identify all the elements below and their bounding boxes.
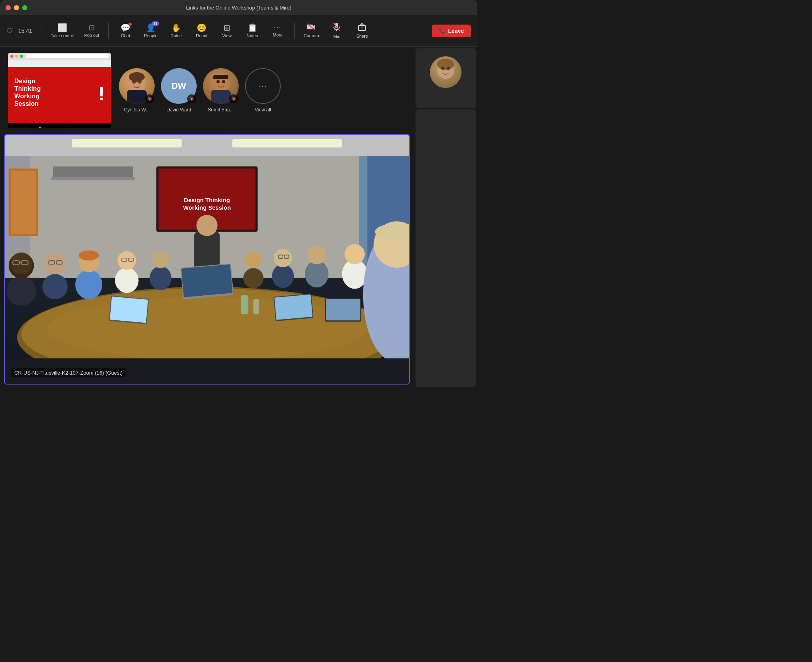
- svg-point-85: [447, 67, 450, 70]
- view-label: View: [222, 33, 232, 38]
- participant-label-david: David Ward: [167, 107, 191, 113]
- avatar-wrap-david: DW 🔇: [161, 68, 197, 104]
- svg-rect-18: [5, 135, 409, 158]
- svg-point-68: [345, 244, 365, 264]
- more-label: More: [273, 33, 283, 37]
- view-all-label: View all: [255, 107, 271, 113]
- svg-point-12: [129, 72, 145, 82]
- take-control-button[interactable]: ⬜ Take control: [47, 21, 78, 40]
- time-display: 15:41: [18, 28, 32, 34]
- chat-button[interactable]: 💬 Chat: [113, 21, 137, 40]
- take-control-label: Take control: [51, 33, 74, 38]
- view-button[interactable]: ⊞ View: [215, 21, 239, 40]
- svg-rect-9: [127, 90, 147, 104]
- right-panel: [414, 47, 477, 388]
- toolbar-left: 🛡 15:41: [6, 27, 32, 35]
- svg-rect-78: [241, 295, 248, 314]
- svg-rect-73: [110, 297, 148, 323]
- screen-share-footer: David Ward 🎤 Johnson&Johnson: [8, 123, 111, 128]
- toolbar-divider-2: [108, 23, 109, 39]
- view-all-card[interactable]: ··· View all: [245, 68, 281, 113]
- mic-muted-icon-cynthia: 🔇: [147, 97, 152, 101]
- react-button[interactable]: 😊 React: [190, 21, 213, 40]
- pop-out-label: Pop out: [84, 33, 99, 38]
- svg-point-83: [437, 59, 454, 70]
- mic-indicator-sumit: 🔇: [229, 94, 238, 103]
- leave-button[interactable]: 📞 Leave: [432, 25, 471, 37]
- svg-rect-26: [11, 170, 36, 234]
- people-icon: 👤 11: [146, 24, 156, 32]
- svg-rect-27: [51, 177, 135, 180]
- svg-rect-55: [194, 232, 220, 270]
- svg-text:Working Session: Working Session: [183, 205, 231, 211]
- share-label: Share: [356, 34, 368, 38]
- svg-point-59: [243, 268, 264, 288]
- svg-point-48: [79, 251, 99, 261]
- notes-button[interactable]: 📋 Notes: [240, 21, 264, 40]
- company-name: Johnson&Johnson: [44, 127, 80, 128]
- more-button[interactable]: ··· More: [266, 22, 289, 40]
- pop-out-icon: ⊡: [89, 24, 95, 31]
- exclamation-mark: !: [98, 83, 105, 105]
- svg-point-53: [149, 266, 171, 290]
- svg-text:Design Thinking: Design Thinking: [184, 197, 230, 203]
- svg-point-16: [222, 80, 225, 83]
- svg-rect-77: [326, 299, 360, 320]
- mic-button[interactable]: Mic: [325, 20, 349, 41]
- svg-point-61: [272, 264, 294, 288]
- svg-rect-17: [213, 75, 228, 79]
- svg-point-84: [441, 67, 444, 70]
- react-label: React: [196, 33, 207, 38]
- mic-indicator-david: 🔇: [187, 94, 196, 103]
- toolbar-divider-1: [42, 23, 42, 39]
- svg-point-60: [245, 251, 262, 268]
- share-button[interactable]: Share: [350, 21, 374, 41]
- screen-share-thumbnail[interactable]: Design Thinking Working Session ! David …: [8, 53, 111, 128]
- svg-rect-14: [211, 90, 231, 104]
- toolbar: 🛡 15:41 ⬜ Take control ⊡ Pop out 💬 Chat …: [0, 15, 477, 47]
- participant-cards: 🔇 Cynthia W... DW 🔇 Davi: [119, 68, 281, 113]
- svg-rect-28: [53, 166, 133, 177]
- david-initials: DW: [172, 81, 186, 91]
- svg-point-56: [196, 215, 217, 236]
- presenter-mic-icon: 🎤: [36, 127, 42, 128]
- svg-point-35: [47, 297, 368, 361]
- remote-avatar: [430, 56, 462, 88]
- maximize-button[interactable]: [22, 5, 27, 10]
- right-panel-bottom: [416, 109, 476, 387]
- camera-label: Camera: [304, 33, 319, 38]
- svg-point-54: [152, 251, 169, 268]
- more-icon: ···: [274, 25, 282, 31]
- view-all-circle[interactable]: ···: [245, 68, 281, 104]
- right-panel-top: [416, 48, 476, 108]
- shield-icon: 🛡: [6, 27, 13, 35]
- svg-point-49: [115, 268, 139, 293]
- main-video-label: CR-US-NJ-Titusville-K2-107-Zoom (16) (Gu…: [11, 368, 126, 377]
- pop-out-button[interactable]: ⊡ Pop out: [80, 22, 103, 40]
- svg-rect-58: [181, 264, 232, 297]
- participant-card-david: DW 🔇 David Ward: [161, 68, 197, 113]
- raise-icon: ✋: [171, 24, 181, 32]
- people-count: 11: [152, 21, 159, 26]
- raise-label: Raise: [170, 33, 182, 38]
- svg-rect-79: [253, 299, 259, 314]
- camera-icon: [307, 23, 316, 32]
- take-control-icon: ⬜: [57, 24, 67, 32]
- window-title: Links for the Online Workshop (Teams & M…: [186, 5, 291, 11]
- svg-point-46: [75, 270, 102, 300]
- participants-strip: Design Thinking Working Session ! David …: [0, 47, 414, 134]
- minimize-button[interactable]: [14, 5, 19, 10]
- people-button[interactable]: 👤 11 People: [139, 21, 163, 40]
- center-area: Design Thinking Working Session ! David …: [0, 47, 414, 388]
- chat-icon: 💬: [121, 24, 130, 32]
- mic-icon: [333, 23, 340, 33]
- leave-phone-icon: 📞: [439, 28, 446, 34]
- mic-label: Mic: [333, 34, 340, 39]
- svg-rect-19: [72, 139, 182, 147]
- participant-label-cynthia: Cynthia W...: [124, 107, 150, 113]
- camera-button[interactable]: Camera: [299, 21, 323, 40]
- close-button[interactable]: [6, 5, 11, 10]
- participant-card-cynthia: 🔇 Cynthia W...: [119, 68, 155, 113]
- presenter-name: David Ward: [11, 127, 34, 128]
- raise-button[interactable]: ✋ Raise: [164, 21, 188, 40]
